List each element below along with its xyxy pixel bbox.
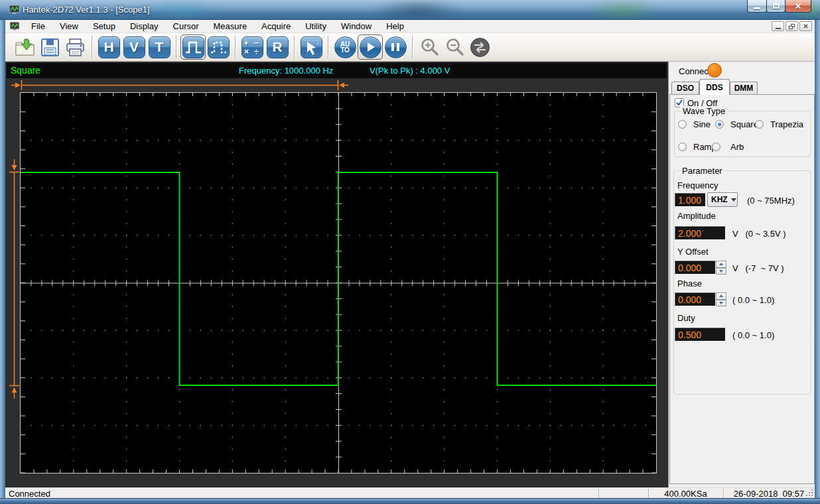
mdi-restore-button[interactable] xyxy=(786,21,798,31)
y-offset-input[interactable] xyxy=(675,261,716,275)
dds-control-panel: Connect: DSO DDS DMM On / Off Wave Type … xyxy=(668,62,815,487)
menu-setup[interactable]: Setup xyxy=(86,20,123,33)
autoset-button[interactable]: AUTO xyxy=(332,34,358,60)
chevron-down-icon xyxy=(731,198,736,202)
radio-ramp[interactable] xyxy=(678,143,687,151)
menu-utility[interactable]: Utility xyxy=(298,20,334,33)
window-frame-left xyxy=(0,20,5,498)
toolbar-separator xyxy=(235,36,236,58)
wave-type-readout: Square xyxy=(11,65,40,76)
square-wave-icon xyxy=(182,36,204,58)
radio-square-label[interactable]: Square xyxy=(730,119,758,129)
mdi-minimize-button[interactable] xyxy=(772,21,784,31)
math-button[interactable]: + −× ÷ xyxy=(239,34,265,60)
menu-display[interactable]: Display xyxy=(123,20,166,33)
app-icon xyxy=(9,4,20,15)
amplitude-input[interactable] xyxy=(675,226,726,240)
reference-button[interactable]: R xyxy=(265,34,290,60)
spin-down-icon xyxy=(719,270,723,273)
menu-view[interactable]: View xyxy=(52,20,86,33)
mdi-window-controls: ✕ xyxy=(772,21,812,31)
waveform-trace xyxy=(21,172,656,385)
close-button[interactable]: ✕ xyxy=(785,0,811,13)
print-button[interactable] xyxy=(62,34,88,60)
window-frame-bottom xyxy=(0,498,820,504)
maximize-icon xyxy=(773,3,780,9)
open-button[interactable] xyxy=(12,34,37,60)
mdi-close-icon: ✕ xyxy=(803,23,808,30)
cursor-measure-button[interactable] xyxy=(299,34,324,60)
duty-input[interactable] xyxy=(675,328,726,342)
pause-button[interactable] xyxy=(383,34,408,60)
tab-dmm[interactable]: DMM xyxy=(730,82,758,95)
phase-input[interactable] xyxy=(675,292,716,306)
run-button[interactable] xyxy=(358,34,383,60)
radio-trapezia-label[interactable]: Trapezia xyxy=(770,119,803,129)
open-folder-icon xyxy=(14,36,36,58)
duty-range: ( 0.0 ~ 1.0) xyxy=(732,330,774,340)
frequency-input[interactable] xyxy=(675,193,706,207)
tab-dds[interactable]: DDS xyxy=(699,79,730,95)
menu-acquire[interactable]: Acquire xyxy=(254,20,298,33)
duty-label: Duty xyxy=(677,313,695,323)
parameter-group: Parameter Frequency KHZ (0 ~ 75MHz) Ampl… xyxy=(673,170,811,395)
frequency-unit-select[interactable]: KHZ xyxy=(707,192,738,207)
save-button[interactable] xyxy=(37,34,62,60)
minimize-button[interactable] xyxy=(747,0,767,13)
horizontal-icon: H xyxy=(98,36,120,58)
status-bar: Connected 400.00KSa 26-09-2018 09:57 xyxy=(5,487,815,498)
frequency-unit-value: KHZ xyxy=(711,195,728,204)
cursor-icon xyxy=(301,36,322,58)
toolbar-separator xyxy=(328,36,328,58)
waveform-dashed-button[interactable] xyxy=(206,34,231,60)
resize-grip[interactable] xyxy=(805,489,813,497)
scope-display[interactable] xyxy=(20,92,657,473)
radio-arb-label[interactable]: Arb xyxy=(730,142,744,152)
menu-cursor[interactable]: Cursor xyxy=(166,20,206,33)
glass-reflection xyxy=(584,0,663,20)
mdi-close-button[interactable]: ✕ xyxy=(799,21,812,31)
sample-rate: 400.00KSa xyxy=(648,489,723,499)
radio-trapezia[interactable] xyxy=(755,120,764,129)
spin-up-button[interactable] xyxy=(716,261,726,268)
menu-measure[interactable]: Measure xyxy=(206,20,255,33)
tab-dso[interactable]: DSO xyxy=(671,82,699,95)
connect-status-lamp xyxy=(707,63,722,78)
maximize-button[interactable] xyxy=(766,0,786,13)
spin-down-button[interactable] xyxy=(716,268,726,275)
radio-sine[interactable] xyxy=(678,120,687,129)
statusbar-divider xyxy=(723,489,724,498)
mdi-child-icon[interactable] xyxy=(9,21,20,31)
phase-spinner[interactable] xyxy=(716,292,726,306)
y-offset-spinner[interactable] xyxy=(716,261,726,275)
zoom-out-icon xyxy=(444,36,466,58)
glass-reflection xyxy=(372,0,464,20)
radio-arb[interactable] xyxy=(712,143,720,151)
dashed-wave-icon xyxy=(208,36,230,58)
radio-square[interactable] xyxy=(715,120,724,129)
menu-file[interactable]: File xyxy=(24,20,52,33)
scope-panel: Square Frequency: 1000.000 Hz V(Pk to Pk… xyxy=(5,62,668,487)
wave-type-group: Wave Type Sine Square Trapezia Ramp Arb xyxy=(674,111,811,157)
radio-sine-label[interactable]: Sine xyxy=(693,119,711,129)
vertical-button[interactable]: V xyxy=(121,34,147,60)
waveform-solid-button[interactable] xyxy=(180,34,206,60)
menu-help[interactable]: Help xyxy=(379,20,411,33)
glass-reflection xyxy=(139,0,226,20)
zoom-in-button[interactable] xyxy=(417,34,442,60)
pause-icon xyxy=(385,36,407,58)
swap-button[interactable] xyxy=(467,34,492,60)
spin-down-button[interactable] xyxy=(716,300,726,307)
trigger-button[interactable]: T xyxy=(147,34,172,60)
toolbar: H V T + −× ÷ R xyxy=(5,33,815,62)
zoom-out-button[interactable] xyxy=(442,34,467,60)
title-bar[interactable]: Hantek-2D72 Ver1.1.3 - [Scope1] ✕ xyxy=(0,0,820,20)
mdi-minimize-icon xyxy=(776,28,781,29)
menu-window[interactable]: Window xyxy=(334,20,379,33)
scope-info-bar: Square Frequency: 1000.000 Hz V(Pk to Pk… xyxy=(7,63,667,78)
horizontal-button[interactable]: H xyxy=(96,34,121,60)
amplitude-measure-line xyxy=(9,159,19,399)
toolbar-separator xyxy=(294,36,295,58)
spin-up-button[interactable] xyxy=(716,292,726,300)
toolbar-separator xyxy=(412,36,413,58)
